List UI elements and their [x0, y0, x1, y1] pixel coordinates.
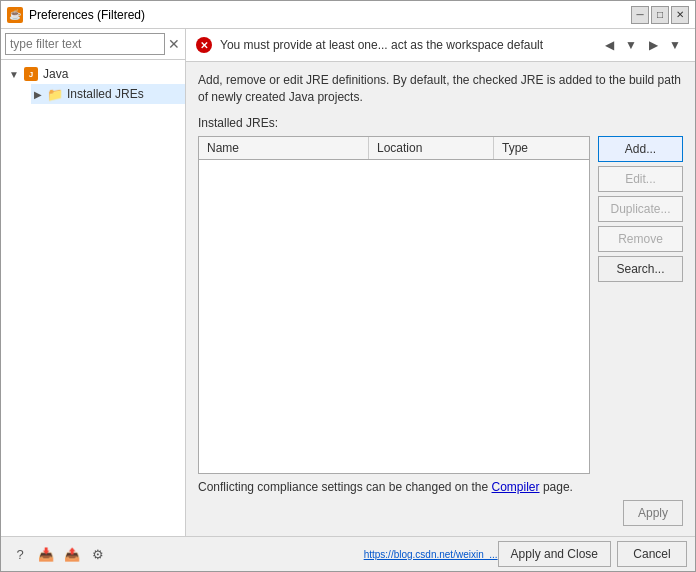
section-label: Installed JREs:	[198, 116, 683, 130]
warning-text: You must provide at least one... act as …	[220, 38, 591, 52]
sidebar: ✕ ▼ J Java ▶ 📁 Installed JREs	[1, 29, 186, 536]
jre-container: Name Location Type Add... Edit... Duplic…	[198, 136, 683, 474]
import-icon[interactable]: 📥	[35, 543, 57, 565]
maximize-button[interactable]: □	[651, 6, 669, 24]
footer-url[interactable]: https://blog.csdn.net/weixin_...	[364, 549, 498, 560]
add-button[interactable]: Add...	[598, 136, 683, 162]
preferences-window: ☕ Preferences (Filtered) ─ □ ✕ ✕ ▼ J Jav…	[0, 0, 696, 572]
expand-icon: ▼	[7, 67, 21, 81]
java-label: Java	[43, 67, 68, 81]
compiler-link-bar: Conflicting compliance settings can be c…	[198, 474, 683, 500]
main-content: ✕ ▼ J Java ▶ 📁 Installed JREs	[1, 29, 695, 536]
expand-arrow: ▶	[31, 87, 45, 101]
duplicate-button[interactable]: Duplicate...	[598, 196, 683, 222]
apply-row: Apply	[198, 500, 683, 526]
nav-buttons: ◀ ▼ ▶ ▼	[599, 35, 685, 55]
compiler-link[interactable]: Compiler	[492, 480, 540, 494]
action-buttons: Add... Edit... Duplicate... Remove Searc…	[598, 136, 683, 474]
footer-right-buttons: Apply and Close Cancel	[498, 541, 687, 567]
nav-dropdown-button[interactable]: ▼	[621, 35, 641, 55]
tree-area: ▼ J Java ▶ 📁 Installed JREs	[1, 60, 185, 536]
description-text: Add, remove or edit JRE definitions. By …	[198, 72, 683, 106]
export-icon[interactable]: 📤	[61, 543, 83, 565]
col-name-header: Name	[199, 137, 369, 159]
title-bar: ☕ Preferences (Filtered) ─ □ ✕	[1, 1, 695, 29]
java-icon: J	[23, 66, 39, 82]
warning-icon: ✕	[196, 37, 212, 53]
nav-dropdown2-button[interactable]: ▼	[665, 35, 685, 55]
help-icon[interactable]: ?	[9, 543, 31, 565]
table-header: Name Location Type	[199, 137, 589, 160]
cancel-button[interactable]: Cancel	[617, 541, 687, 567]
tree-child-jres: ▶ 📁 Installed JREs	[1, 84, 185, 104]
nav-back-button[interactable]: ◀	[599, 35, 619, 55]
window-controls: ─ □ ✕	[631, 6, 689, 24]
minimize-button[interactable]: ─	[631, 6, 649, 24]
tree-item-installed-jres[interactable]: ▶ 📁 Installed JREs	[31, 84, 185, 104]
apply-button[interactable]: Apply	[623, 500, 683, 526]
jre-table: Name Location Type	[198, 136, 590, 474]
col-location-header: Location	[369, 137, 494, 159]
col-type-header: Type	[494, 137, 590, 159]
compiler-suffix: page.	[540, 480, 573, 494]
filter-box: ✕	[1, 29, 185, 60]
search-button[interactable]: Search...	[598, 256, 683, 282]
installed-jres-label: Installed JREs	[67, 87, 144, 101]
table-body[interactable]	[199, 160, 589, 473]
settings-icon[interactable]: ⚙	[87, 543, 109, 565]
folder-icon: 📁	[47, 86, 63, 102]
edit-button[interactable]: Edit...	[598, 166, 683, 192]
tree-item-java[interactable]: ▼ J Java	[1, 64, 185, 84]
filter-clear-button[interactable]: ✕	[167, 35, 181, 53]
window-title: Preferences (Filtered)	[29, 8, 631, 22]
filter-input[interactable]	[5, 33, 165, 55]
compiler-text: Conflicting compliance settings can be c…	[198, 480, 492, 494]
window-icon: ☕	[7, 7, 23, 23]
right-panel: ✕ You must provide at least one... act a…	[186, 29, 695, 536]
warning-bar: ✕ You must provide at least one... act a…	[186, 29, 695, 62]
apply-and-close-button[interactable]: Apply and Close	[498, 541, 611, 567]
footer-icons: ? 📥 📤 ⚙	[9, 543, 109, 565]
close-button[interactable]: ✕	[671, 6, 689, 24]
remove-button[interactable]: Remove	[598, 226, 683, 252]
footer-row: ? 📥 📤 ⚙ https://blog.csdn.net/weixin_...…	[1, 536, 695, 571]
content-area: Add, remove or edit JRE definitions. By …	[186, 62, 695, 536]
nav-forward-button[interactable]: ▶	[643, 35, 663, 55]
